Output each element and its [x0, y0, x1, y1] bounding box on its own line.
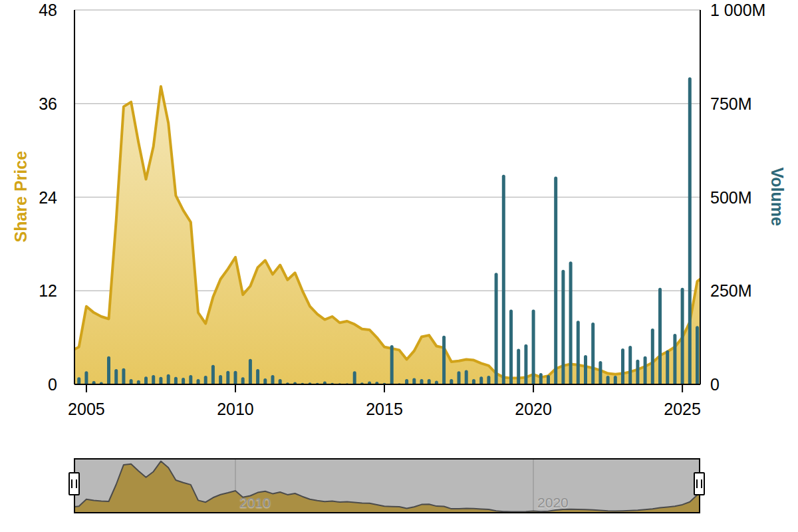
- navigator-range-track[interactable]: [74, 459, 700, 513]
- volume-tick-label: 500M: [710, 190, 752, 206]
- x-tick-label: 2025: [649, 401, 716, 418]
- price-tick-label: 12: [0, 283, 57, 299]
- main-plot-area[interactable]: [74, 10, 700, 384]
- handle-grip-icon: [696, 479, 702, 488]
- navigator-right-handle[interactable]: [694, 472, 705, 495]
- volume-tick-label: 1 000M: [710, 2, 765, 19]
- x-tick-label: 2005: [53, 401, 120, 418]
- x-tick-label: 2010: [202, 401, 269, 418]
- volume-axis-title: Volume: [767, 124, 786, 270]
- stock-price-volume-chart: 0 12 24 36 48 0 250M 500M 750M 1 000M 20…: [0, 0, 798, 532]
- price-axis-title: Share Price: [12, 124, 31, 270]
- x-tick-label: 2015: [351, 401, 418, 418]
- volume-tick-label: 250M: [710, 283, 752, 299]
- navigator-left-handle[interactable]: [68, 472, 80, 495]
- x-tick-label: 2020: [500, 401, 567, 418]
- handle-grip-icon: [71, 479, 77, 488]
- price-tick-label: 48: [0, 2, 57, 19]
- volume-tick-label: 0: [710, 376, 720, 393]
- price-tick-label: 0: [0, 376, 57, 393]
- volume-tick-label: 750M: [710, 96, 752, 112]
- price-tick-label: 36: [0, 96, 57, 112]
